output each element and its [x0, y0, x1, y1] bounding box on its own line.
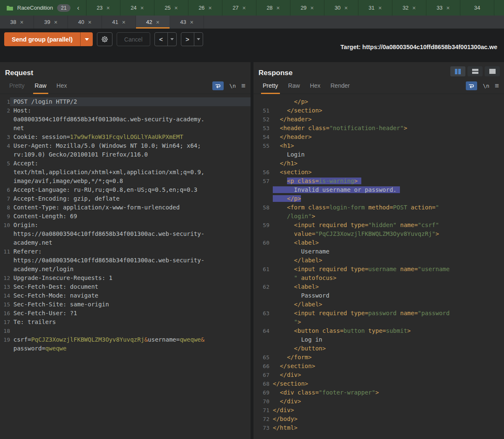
code-line[interactable]: 2Host:	[0, 106, 251, 115]
code-line[interactable]: 13Sec-Fetch-Dest: document	[0, 282, 251, 291]
next-request-button[interactable]: >	[181, 33, 194, 46]
next-history-dropdown[interactable]	[194, 33, 203, 46]
code-line[interactable]: 11Referer:	[0, 247, 251, 256]
request-view-tab-pretty[interactable]: Pretty	[5, 82, 29, 94]
code-line[interactable]: 55 <h1>	[253, 141, 504, 150]
repeater-tab-39[interactable]: 39×	[34, 16, 68, 29]
code-line[interactable]: https://0a08003504c10ffd8658b34f001300ac…	[0, 230, 251, 238]
code-line[interactable]: </p>	[253, 97, 504, 106]
request-view-tab-hex[interactable]: Hex	[52, 82, 71, 94]
code-line[interactable]: 51 </section>	[253, 106, 504, 115]
repeater-tab-23[interactable]: 23×	[86, 0, 120, 16]
repeater-tab-32[interactable]: 32×	[392, 0, 426, 16]
code-line[interactable]: Invalid username or password.	[253, 186, 504, 194]
code-line[interactable]: 59 <input required type="hidden" name="c…	[253, 221, 504, 230]
single-layout-button[interactable]	[485, 66, 500, 76]
code-line[interactable]: </label>	[253, 300, 504, 309]
code-line[interactable]: net	[0, 124, 251, 133]
code-line[interactable]: 4User-Agent: Mozilla/5.0 (Windows NT 10.…	[0, 141, 251, 150]
tab-close-icon[interactable]: ×	[175, 5, 178, 11]
repeater-tab-38[interactable]: 38×	[0, 16, 34, 29]
code-line[interactable]: Username	[253, 247, 504, 256]
code-line[interactable]: 63 <input required type=password name="p…	[253, 309, 504, 318]
code-line[interactable]: 64 <button class=button type=submit>	[253, 327, 504, 335]
repeater-tab-41[interactable]: 41×	[102, 16, 136, 29]
editor-menu-icon[interactable]: ≡	[241, 82, 245, 89]
tab-close-icon[interactable]: ×	[88, 19, 91, 26]
code-line[interactable]: 62 <label>	[253, 282, 504, 291]
code-line[interactable]: 72</body>	[253, 415, 504, 423]
response-view-tab-raw[interactable]: Raw	[284, 82, 304, 94]
tab-close-icon[interactable]: ×	[413, 5, 416, 11]
code-line[interactable]: 71</div>	[253, 406, 504, 415]
code-line[interactable]: 61 <input required type=username name="u…	[253, 265, 504, 274]
code-line[interactable]: 19csrf=PqCJZ3XowzjlFKBWQLZM3Oyv8YuvqzRj&…	[0, 335, 251, 344]
code-line[interactable]: 60 <label>	[253, 238, 504, 247]
code-line[interactable]: 52 </header>	[253, 115, 504, 124]
columns-layout-button[interactable]	[450, 66, 465, 76]
repeater-tab-31[interactable]: 31×	[358, 0, 392, 16]
code-line[interactable]: /login">	[253, 212, 504, 221]
request-view-tab-raw[interactable]: Raw	[31, 82, 51, 94]
panel-divider[interactable]	[251, 62, 253, 439]
code-line[interactable]: 18	[0, 327, 251, 335]
code-line[interactable]: ">	[253, 318, 504, 327]
response-view-tab-render[interactable]: Render	[326, 82, 354, 94]
code-line[interactable]: 0a08003504c10ffd8658b34f001300ac.web-sec…	[0, 115, 251, 124]
tab-close-icon[interactable]: ×	[122, 19, 125, 26]
editor-menu-icon[interactable]: ≡	[495, 82, 499, 89]
repeater-tab-42[interactable]: 42×	[136, 16, 170, 29]
code-line[interactable]: 10Origin:	[0, 221, 251, 230]
tab-close-icon[interactable]: ×	[311, 5, 314, 11]
repeater-tab-43[interactable]: 43×	[170, 16, 204, 29]
prev-history-dropdown[interactable]	[167, 33, 176, 46]
repeater-tab-29[interactable]: 29×	[290, 0, 324, 16]
code-line[interactable]: 5Accept:	[0, 159, 251, 168]
code-line[interactable]: 65 </form>	[253, 353, 504, 362]
repeater-tab-27[interactable]: 27×	[222, 0, 256, 16]
code-line[interactable]: academy.net	[0, 238, 251, 247]
code-line[interactable]: 53 <header class="notification-header">	[253, 124, 504, 133]
tab-close-icon[interactable]: ×	[277, 5, 280, 11]
code-line[interactable]: 15Sec-Fetch-Site: same-origin	[0, 300, 251, 309]
code-line[interactable]: 66 </section>	[253, 362, 504, 371]
code-line[interactable]: 58 <form class=login-form method=POST ac…	[253, 203, 504, 212]
collapse-group-icon[interactable]: ‹	[77, 4, 79, 12]
code-line[interactable]: 6Accept-Language: ru-RU,ru;q=0.8,en-US;q…	[0, 186, 251, 194]
tab-close-icon[interactable]: ×	[345, 5, 348, 11]
code-line[interactable]: 54 </header>	[253, 133, 504, 141]
repeater-tab-28[interactable]: 28×	[256, 0, 290, 16]
tab-close-icon[interactable]: ×	[156, 19, 159, 26]
code-line[interactable]: https://0a08003504c10ffd8658b34f001300ac…	[0, 256, 251, 265]
code-line[interactable]: Password	[253, 291, 504, 300]
tab-close-icon[interactable]: ×	[209, 5, 212, 11]
tab-close-icon[interactable]: ×	[107, 5, 110, 11]
code-line[interactable]: 70 </div>	[253, 397, 504, 406]
code-line[interactable]: 68</section>	[253, 379, 504, 388]
code-line[interactable]: password=qweqwe	[0, 344, 251, 353]
code-line[interactable]: " autofocus>	[253, 274, 504, 282]
tab-group-racecondition[interactable]: RaceCondition 21 ‹	[0, 0, 86, 16]
code-line[interactable]: 16Sec-Fetch-User: ?1	[0, 309, 251, 318]
prev-request-button[interactable]: <	[155, 33, 167, 46]
show-newlines-toggle[interactable]: \n	[483, 83, 489, 89]
repeater-tab-30[interactable]: 30×	[324, 0, 358, 16]
soft-wrap-toggle[interactable]	[212, 81, 224, 90]
tab-close-icon[interactable]: ×	[54, 19, 57, 26]
send-group-button[interactable]: Send group (parallel)	[4, 32, 80, 46]
code-line[interactable]: text/html,application/xhtml+xml,applicat…	[0, 168, 251, 177]
code-line[interactable]: 12Upgrade-Insecure-Requests: 1	[0, 274, 251, 282]
stacked-layout-button[interactable]	[467, 66, 483, 76]
response-view-tab-pretty[interactable]: Pretty	[259, 82, 282, 94]
request-editor[interactable]: 1POST /login HTTP/22Host:0a08003504c10ff…	[0, 94, 251, 439]
code-line[interactable]: 73</html>	[253, 423, 504, 432]
show-newlines-toggle[interactable]: \n	[229, 83, 236, 89]
repeater-tab-40[interactable]: 40×	[68, 16, 102, 29]
repeater-tab-34[interactable]: 34	[460, 0, 494, 16]
code-line[interactable]: </h1>	[253, 159, 504, 168]
code-line[interactable]: academy.net/login	[0, 265, 251, 274]
tab-close-icon[interactable]: ×	[141, 5, 144, 11]
tab-close-icon[interactable]: ×	[20, 19, 24, 26]
soft-wrap-toggle[interactable]	[466, 81, 477, 90]
code-line[interactable]: 9Content-Length: 69	[0, 212, 251, 221]
